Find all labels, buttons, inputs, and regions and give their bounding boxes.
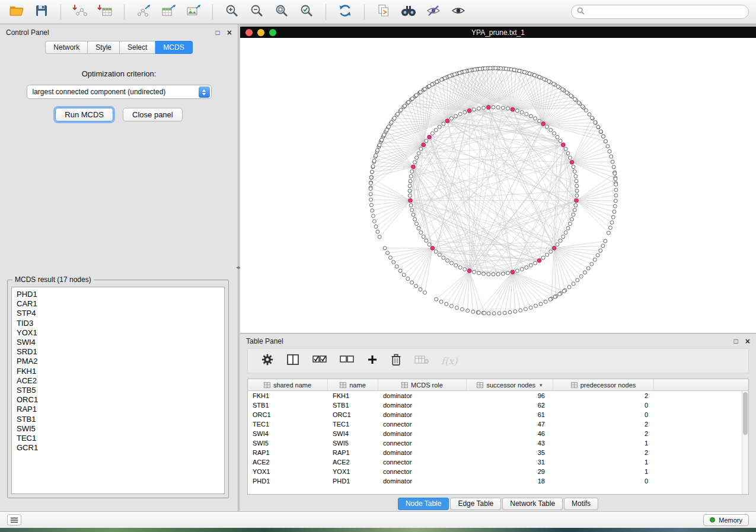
tab-mcds[interactable]: MCDS: [155, 41, 192, 54]
mcds-result-item[interactable]: GCR1: [12, 443, 224, 453]
zoom-selected-button[interactable]: [297, 3, 316, 21]
table-row[interactable]: RAP1RAP1dominator352: [248, 448, 748, 457]
mcds-result-item[interactable]: TEC1: [12, 434, 224, 443]
column-header-successor-nodes[interactable]: successor nodes▾: [467, 379, 553, 390]
mcds-result-item[interactable]: YOX1: [12, 328, 224, 338]
mcds-result-item[interactable]: ORC1: [12, 395, 224, 405]
tab-motifs[interactable]: Motifs: [564, 498, 598, 510]
float-panel-icon[interactable]: □: [734, 338, 738, 345]
mcds-result-item[interactable]: PMA2: [12, 357, 224, 366]
add-column-button[interactable]: [366, 354, 378, 368]
zoom-fit-button[interactable]: [272, 3, 291, 21]
close-panel-button[interactable]: Close panel: [123, 108, 183, 121]
clone-network-button[interactable]: [374, 3, 393, 21]
table-grid-icon: [477, 382, 483, 388]
import-table-button[interactable]: [95, 3, 114, 21]
table-row[interactable]: ACE2ACE2connector311: [248, 457, 748, 467]
zoom-in-button[interactable]: [222, 3, 241, 21]
network-graph[interactable]: [240, 38, 756, 333]
table-row[interactable]: SWI5SWI5connector431: [248, 438, 748, 448]
table-row[interactable]: TEC1TEC1connector472: [248, 419, 748, 429]
maximize-window-icon[interactable]: [269, 29, 276, 36]
table-cell: STB1: [328, 402, 378, 409]
network-window: YPA_prune.txt_1: [240, 24, 756, 333]
eye-slash-icon: [426, 4, 441, 20]
close-panel-icon[interactable]: ×: [745, 338, 750, 345]
mcds-result-group: MCDS result (17 nodes) PHD1CAR1STP4TID3Y…: [7, 275, 229, 498]
select-all-button[interactable]: [312, 354, 327, 368]
mcds-result-item[interactable]: TID3: [12, 319, 224, 328]
export-table-button[interactable]: [159, 3, 178, 21]
close-panel-icon[interactable]: ×: [227, 29, 232, 36]
mcds-result-item[interactable]: SWI5: [12, 424, 224, 434]
network-canvas[interactable]: [240, 38, 756, 333]
table-grid-icon: [340, 382, 346, 388]
mcds-result-item[interactable]: RAP1: [12, 405, 224, 414]
mcds-result-item[interactable]: SRD1: [12, 347, 224, 357]
table-row[interactable]: FKH1FKH1dominator962: [248, 391, 748, 400]
mcds-result-list[interactable]: PHD1CAR1STP4TID3YOX1SWI4SRD1PMA2FKH1ACE2…: [11, 287, 225, 494]
refresh-view-button[interactable]: [336, 3, 355, 21]
toolbar-separator: [124, 4, 125, 20]
table-cell: 0: [553, 477, 654, 485]
hide-selected-button[interactable]: [424, 3, 443, 21]
minimize-window-icon[interactable]: [257, 29, 264, 36]
mcds-result-item[interactable]: STB1: [12, 415, 224, 424]
table-cell: 1: [553, 459, 654, 466]
tab-edge-table[interactable]: Edge Table: [450, 498, 501, 510]
splitter-handle-icon[interactable]: ◂▸: [236, 264, 240, 270]
control-panel-title: Control Panel: [6, 28, 49, 37]
table-cell: SWI5: [248, 440, 328, 447]
close-window-icon[interactable]: [245, 29, 253, 36]
mcds-result-item[interactable]: FKH1: [12, 367, 224, 376]
delete-column-button[interactable]: [390, 353, 402, 369]
show-all-button[interactable]: [449, 3, 468, 21]
tab-network[interactable]: Network: [45, 41, 88, 54]
table-cell: PHD1: [248, 477, 328, 485]
criterion-dropdown[interactable]: largest connected component (undirected): [27, 85, 212, 99]
tab-style[interactable]: Style: [88, 41, 120, 54]
zoom-out-button[interactable]: [247, 3, 266, 21]
table-scrollbar[interactable]: [742, 391, 748, 494]
binoculars-icon: [400, 4, 417, 20]
table-settings-button[interactable]: [261, 353, 274, 368]
column-header-shared-name[interactable]: shared name: [248, 379, 328, 390]
import-network-button[interactable]: [71, 3, 90, 21]
tab-node-table[interactable]: Node Table: [398, 498, 449, 510]
deselect-all-button[interactable]: [339, 354, 355, 368]
memory-button[interactable]: Memory: [703, 514, 749, 526]
mcds-result-item[interactable]: ACE2: [12, 376, 224, 386]
network-titlebar[interactable]: YPA_prune.txt_1: [240, 27, 756, 38]
export-network-button[interactable]: [134, 3, 153, 21]
scrollbar-thumb[interactable]: [743, 392, 748, 435]
float-panel-icon[interactable]: □: [216, 29, 220, 36]
search-network-button[interactable]: [399, 3, 418, 21]
show-columns-button[interactable]: [286, 353, 300, 368]
export-image-button[interactable]: [184, 3, 203, 21]
column-header-name[interactable]: name: [328, 379, 378, 390]
column-header-MCDS-role[interactable]: MCDS role: [378, 379, 467, 390]
search-input[interactable]: [588, 8, 743, 16]
mcds-result-item[interactable]: PHD1: [12, 290, 224, 299]
table-row[interactable]: SWI4SWI4dominator462: [248, 429, 748, 438]
mcds-result-item[interactable]: SWI4: [12, 338, 224, 347]
mcds-result-item[interactable]: STP4: [12, 309, 224, 318]
table-row[interactable]: STB1STB1dominator620: [248, 400, 748, 410]
open-session-button[interactable]: [7, 3, 26, 21]
toolbar-separator: [60, 4, 61, 20]
table-row[interactable]: PHD1PHD1dominator180: [248, 476, 748, 486]
search-box[interactable]: [571, 5, 749, 19]
panel-menu-button[interactable]: [7, 514, 21, 525]
save-session-button[interactable]: [32, 3, 51, 21]
table-row[interactable]: YOX1YOX1connector291: [248, 467, 748, 476]
tab-network-table[interactable]: Network Table: [502, 498, 563, 510]
table-cell: 2: [553, 430, 654, 437]
column-header-predecessor-nodes[interactable]: predecessor nodes: [553, 379, 654, 390]
mcds-result-item[interactable]: CAR1: [12, 299, 224, 309]
toolbar-separator: [326, 4, 326, 20]
mcds-result-item[interactable]: STB5: [12, 386, 224, 395]
gear-icon: [261, 353, 274, 368]
run-mcds-button[interactable]: Run MCDS: [55, 108, 113, 121]
tab-select[interactable]: Select: [120, 41, 155, 54]
table-row[interactable]: ORC1ORC1dominator610: [248, 410, 748, 419]
